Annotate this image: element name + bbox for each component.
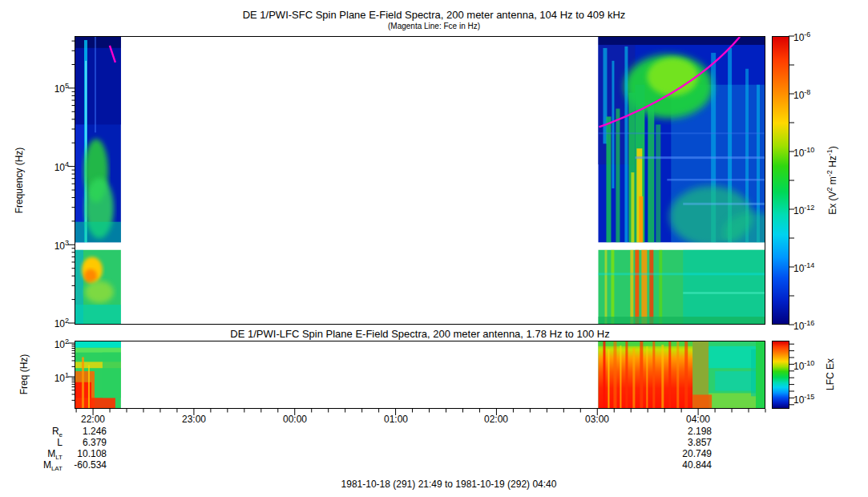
tick-base: 10 [793,321,804,332]
time-label-0300: 03:00 [569,414,625,425]
sfc-title: DE 1/PWI-SFC Spin Plane E-Field Spectra,… [0,9,868,21]
time-label-0100: 01:00 [368,414,424,425]
sfc-cbar-tick-1e-8: 10-8 [793,88,834,101]
label-exp: 2 [826,188,834,192]
sfc-ytick-1e3: 103 [34,239,69,252]
lfc-ytick-1e1: 101 [34,371,69,384]
tick-base: 10 [55,373,65,384]
tick-exp: 3 [65,239,69,247]
tick-exp: -16 [804,319,814,327]
orbit-value-left-re: 1.246 [50,426,107,437]
orbit-value-left-mlat: -60.534 [50,459,107,471]
orbit-value-left-mlt: 10.108 [50,448,107,459]
tick-base: 10 [793,361,804,372]
orbit-value-right-mlat: 40.844 [656,459,712,471]
lfc-right-coverage [598,341,765,408]
label-exp: -1 [826,149,834,156]
sfc-colorbar [772,36,789,325]
tick-exp: -6 [804,30,810,38]
time-label-0000: 00:00 [267,414,323,425]
sfc-ytick-1e4: 104 [34,160,69,173]
lfc-y-axis-label: Freq (Hz) [18,354,30,395]
tick-base: 10 [55,83,65,95]
orbit-value-right-re: 2.198 [656,426,712,437]
tick-exp: -12 [804,204,814,212]
sfc-cbar-tick-1e-6: 10-6 [793,30,834,43]
label-part: Hz [827,156,838,170]
sfc-ytick-1e2: 102 [34,317,69,329]
tick-exp: 1 [65,371,69,379]
tick-exp: -15 [804,393,814,401]
tick-exp: 5 [65,82,69,90]
orbit-value-right-l: 3.857 [656,437,712,448]
footer-date-range: 1981-10-18 (291) 21:49 to 1981-10-19 (29… [168,479,729,490]
tick-exp: -10 [804,146,814,154]
time-label-2200: 22:00 [65,414,121,425]
tick-base: 10 [793,90,804,101]
time-label-0400: 04:00 [670,414,726,425]
lfc-spectrogram-panel [75,341,765,409]
tick-base: 10 [55,240,65,252]
sfc-left-coverage [75,37,121,324]
tick-exp: -14 [804,261,814,269]
tick-base: 10 [793,394,804,406]
lfc-colorbar-label: LFC Ex [825,358,836,390]
tick-base: 10 [793,32,804,43]
sfc-right-coverage [598,37,765,324]
tick-exp: -8 [804,88,810,96]
lfc-title: DE 1/PWI-LFC Spin Plane E-Field Spectra,… [75,328,765,340]
sfc-ytick-1e5: 105 [34,82,69,95]
tick-base: 10 [793,205,804,216]
label-part: m [827,176,838,187]
sfc-white-band [75,243,765,250]
tick-exp: -10 [804,359,814,367]
tick-exp: 2 [65,317,69,325]
label-part: ) [827,146,838,149]
sfc-y-axis-label: Frequency (Hz) [14,147,25,214]
plot-canvas: DE 1/PWI-SFC Spin Plane E-Field Spectra,… [0,0,868,497]
fce-annotation: (Magenta Line: Fce in Hz) [0,22,868,30]
tick-base: 10 [55,318,65,329]
lfc-spectrogram-image [75,341,765,408]
sfc-spectrogram-image [75,37,765,324]
sfc-colorbar-label: Ex (V2 m-2 Hz-1) [826,146,838,215]
lfc-cbar-tick-1e-15: 10-15 [793,393,834,406]
sfc-cbar-tick-1e-14: 10-14 [793,261,834,274]
tick-base: 10 [793,147,804,159]
orbit-value-left-l: 6.379 [50,437,107,448]
lfc-left-coverage [75,341,121,408]
tick-base: 10 [793,263,804,274]
tick-base: 10 [55,162,65,173]
tick-exp: 2 [65,337,69,345]
time-label-2300: 23:00 [166,414,222,425]
lfc-colorbar [772,341,789,409]
tick-base: 10 [55,339,65,350]
time-label-0200: 02:00 [468,414,524,425]
sfc-spectrogram-panel [75,36,765,325]
lfc-ytick-1e2: 102 [34,337,69,350]
label-exp: -2 [826,170,834,176]
label-part: Ex (V [827,192,838,215]
tick-exp: 4 [65,160,69,168]
sfc-cbar-tick-1e-16: 10-16 [793,319,834,332]
orbit-value-right-mlt: 20.749 [656,448,712,459]
